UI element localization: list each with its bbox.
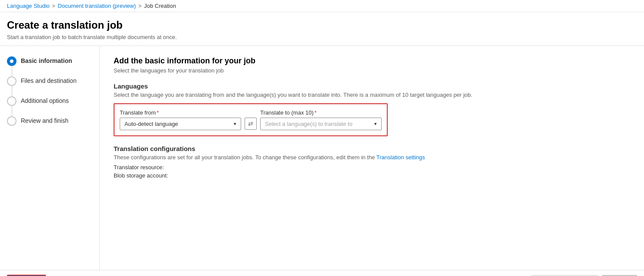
sidebar-item-review-finish[interactable]: Review and finish [7,116,92,126]
sidebar-item-basic-information[interactable]: Basic information [7,56,92,66]
translate-from-label: Translate from* [120,109,241,116]
step-circle-3 [7,96,16,106]
page-header: Create a translation job Start a transla… [0,12,644,46]
page-subtitle: Start a translation job to batch transla… [7,34,637,40]
translate-to-label: Translate to (max 10)* [260,109,382,116]
translate-to-chevron-icon: ▾ [374,121,377,127]
languages-section: Languages Select the language you are tr… [114,82,630,136]
breadcrumb-parent[interactable]: Document translation (preview) [58,3,136,9]
translate-to-dropdown[interactable]: Select a language(s) to translate to ▾ [260,118,382,130]
swap-languages-button[interactable]: ⇄ [245,118,257,130]
step-circle-active [7,56,16,66]
breadcrumb-sep1: > [52,3,55,9]
blob-storage-row: Blob storage account: [114,172,630,179]
translate-from-required: * [157,109,159,116]
translate-to-placeholder: Select a language(s) to translate to [265,121,353,127]
config-desc-text: These configurations are set for all you… [114,154,376,161]
config-desc: These configurations are set for all you… [114,154,630,161]
translation-settings-link[interactable]: Translation settings [376,154,425,161]
breadcrumb-current: Job Creation [144,3,176,9]
sidebar: Basic information Files and destination … [0,46,100,270]
translate-box: Translate from* Auto-detect language ▾ ⇄… [114,103,388,136]
sidebar-item-files-destination[interactable]: Files and destination [7,76,92,86]
step-label-basic: Basic information [21,56,72,64]
step-connector-3 [12,106,12,116]
translate-from-value: Auto-detect language [124,121,178,127]
translate-from-field: Translate from* Auto-detect language ▾ [120,109,241,130]
translate-to-required: * [314,109,317,116]
page-title: Create a translation job [7,19,637,31]
translate-from-dropdown[interactable]: Auto-detect language ▾ [120,118,241,130]
top-bar: Language Studio > Document translation (… [0,0,644,12]
config-title: Translation configurations [114,145,630,152]
chevron-down-icon: ▾ [234,121,236,127]
step-label-additional: Additional options [21,96,69,104]
step-connector-1 [12,66,12,76]
content-area: Add the basic information for your job S… [100,46,644,270]
step-label-review: Review and finish [21,116,69,124]
breadcrumb-home[interactable]: Language Studio [7,3,49,9]
bottom-bar: Next Start translation job Discard [0,270,644,276]
swap-icon: ⇄ [248,120,253,127]
translator-resource-row: Translator resource: [114,164,630,171]
languages-desc: Select the language you are translating … [114,92,630,98]
breadcrumb-sep2: > [138,3,141,9]
step-circle-4 [7,116,16,126]
step-circle-2 [7,76,16,86]
languages-label: Languages [114,82,630,90]
step-label-files: Files and destination [21,76,76,84]
main-layout: Basic information Files and destination … [0,46,644,270]
content-section-title: Add the basic information for your job [114,56,630,66]
content-section-subtitle: Select the languages for your translatio… [114,67,630,74]
sidebar-item-additional-options[interactable]: Additional options [7,96,92,106]
step-connector-2 [12,86,12,96]
config-section: Translation configurations These configu… [114,145,630,179]
translate-to-field: Translate to (max 10)* Select a language… [260,109,382,130]
breadcrumb: Language Studio > Document translation (… [7,3,176,9]
